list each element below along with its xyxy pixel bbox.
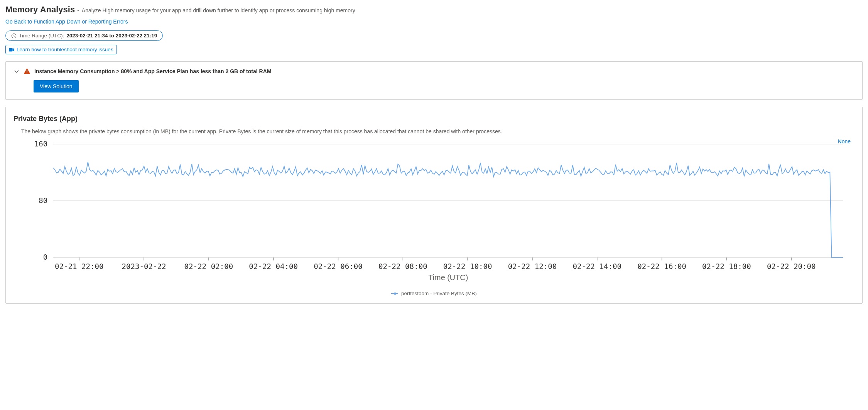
warning-icon bbox=[24, 68, 30, 75]
legend-marker bbox=[391, 293, 398, 294]
alert-text: Instance Memory Consumption > 80% and Ap… bbox=[34, 68, 271, 74]
private-bytes-title: Private Bytes (App) bbox=[14, 115, 854, 123]
view-solution-button[interactable]: View Solution bbox=[34, 80, 79, 92]
svg-rect-3 bbox=[27, 72, 27, 73]
alert-card: Instance Memory Consumption > 80% and Ap… bbox=[5, 61, 863, 100]
page-subtitle: - Analyze High memory usage for your app… bbox=[77, 7, 355, 13]
chevron-down-icon[interactable] bbox=[14, 68, 20, 74]
svg-text:Time (UTC): Time (UTC) bbox=[428, 273, 468, 282]
svg-text:02-22 04:00: 02-22 04:00 bbox=[249, 262, 298, 271]
private-bytes-desc: The below graph shows the private bytes … bbox=[21, 128, 854, 134]
svg-text:02-21 22:00: 02-21 22:00 bbox=[55, 262, 104, 271]
time-range-pill[interactable]: Time Range (UTC): 2023-02-21 21:34 to 20… bbox=[5, 30, 163, 41]
time-range-value: 2023-02-21 21:34 to 2023-02-22 21:19 bbox=[66, 33, 157, 39]
svg-rect-2 bbox=[27, 70, 27, 72]
chart-none-link[interactable]: None bbox=[838, 138, 851, 145]
page-title: Memory Analysis bbox=[5, 5, 75, 15]
svg-text:80: 80 bbox=[39, 196, 47, 205]
learn-link-pill[interactable]: Learn how to troubleshoot memory issues bbox=[5, 45, 117, 54]
private-bytes-chart: None 08016002-21 22:002023-02-2202-22 02… bbox=[14, 138, 854, 296]
svg-rect-1 bbox=[9, 48, 13, 51]
svg-text:160: 160 bbox=[34, 139, 48, 148]
svg-text:0: 0 bbox=[43, 253, 48, 262]
legend-label: perftestoom - Private Bytes (MB) bbox=[401, 291, 477, 296]
svg-text:02-22 16:00: 02-22 16:00 bbox=[637, 262, 686, 271]
svg-text:02-22 02:00: 02-22 02:00 bbox=[184, 262, 233, 271]
learn-link-text: Learn how to troubleshoot memory issues bbox=[17, 47, 113, 52]
back-link[interactable]: Go Back to Function App Down or Reportin… bbox=[5, 18, 128, 25]
svg-text:02-22 08:00: 02-22 08:00 bbox=[378, 262, 427, 271]
svg-text:02-22 06:00: 02-22 06:00 bbox=[314, 262, 363, 271]
svg-text:02-22 20:00: 02-22 20:00 bbox=[767, 262, 816, 271]
chart-legend: perftestoom - Private Bytes (MB) bbox=[14, 291, 854, 296]
svg-text:02-22 14:00: 02-22 14:00 bbox=[572, 262, 621, 271]
svg-text:02-22 10:00: 02-22 10:00 bbox=[443, 262, 492, 271]
video-icon bbox=[9, 47, 14, 52]
svg-text:2023-02-22: 2023-02-22 bbox=[122, 262, 166, 271]
clock-icon bbox=[11, 33, 17, 39]
svg-text:02-22 18:00: 02-22 18:00 bbox=[702, 262, 751, 271]
time-range-label: Time Range (UTC): bbox=[19, 33, 64, 39]
svg-text:02-22 12:00: 02-22 12:00 bbox=[508, 262, 557, 271]
private-bytes-card: Private Bytes (App) The below graph show… bbox=[5, 107, 863, 304]
